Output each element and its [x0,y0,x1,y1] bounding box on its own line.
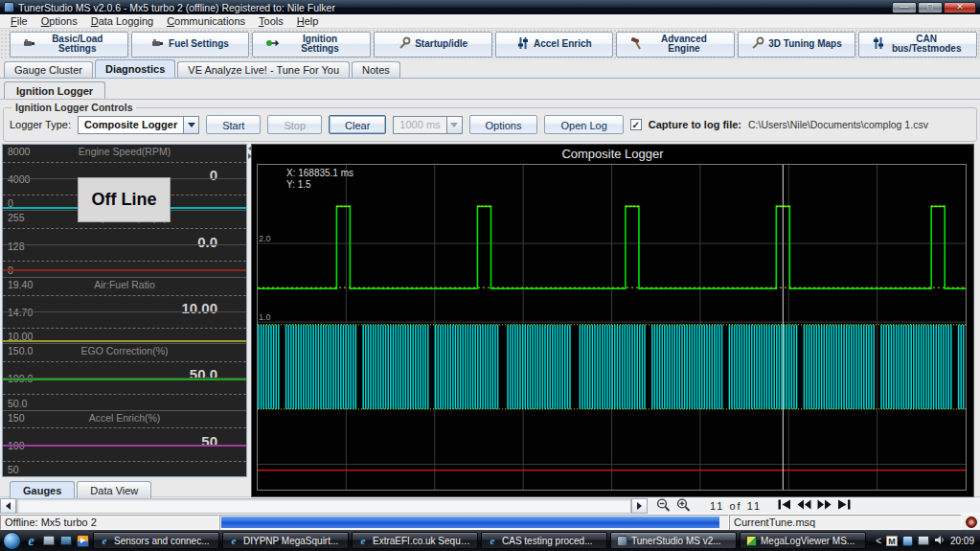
group-title: Ignition Logger Controls [11,102,136,113]
hammer-icon [629,36,643,53]
ie-quicklaunch-icon[interactable]: e [24,534,38,548]
menu-options[interactable]: Options [34,14,84,28]
volume-icon[interactable] [934,535,946,547]
composite-waveform: 2.01.0 [258,165,966,490]
gauge-value: 50.0 [190,366,217,382]
main-toolbar: Basic/Load Settings Fuel Settings Igniti… [0,29,980,60]
taskbar-clock: 20:09 [950,536,974,546]
capture-log-path: C:\Users\Nile\Documents\complog 1.csv [748,119,928,130]
gauge-ego-correction: EGO Correction(%) 150.0 100.0 50.0 50.0 [3,343,246,409]
progress-fill [221,517,719,528]
windows-start-orb[interactable] [3,532,21,550]
current-tune-file: CurrentTune.msq [729,515,962,530]
menu-help[interactable]: Help [290,14,326,28]
gauge-trace-line [3,445,246,447]
show-desktop-icon[interactable] [41,534,56,548]
zoom-out-icon[interactable] [655,497,672,515]
clear-button[interactable]: Clear [329,115,386,134]
fuel-settings-icon [151,36,165,53]
tab-ve-analyze-live[interactable]: VE Analyze Live! - Tune For You [177,61,350,78]
status-bar: Offline: Mx5 turbo 2 CurrentTune.msq [0,514,980,530]
chart-scrollbar-track[interactable] [16,498,631,514]
tuning-wrench-icon [751,36,764,53]
sliders-icon [872,36,885,53]
gauge-value: 0.0 [197,234,217,250]
chevron-down-icon[interactable] [183,117,198,133]
diagnostics-panel: Ignition Logger Ignition Logger Controls… [0,79,980,496]
close-button[interactable]: ✕ [944,2,976,13]
update-icon[interactable] [902,536,913,546]
start-button[interactable]: Start [206,115,261,134]
gauge-value: 10.00 [181,300,217,316]
gauge-value: 0 [210,167,217,183]
gauge-panel-tabs: Gauges Data View [2,478,151,498]
stop-button[interactable]: Stop [267,115,322,134]
last-page-icon[interactable] [837,499,851,512]
ie-icon: e [487,535,498,546]
tunerstudio-window: TunerStudio MS v2.0.6 - Mx5 turbo 2 (off… [0,0,980,551]
tab-notes[interactable]: Notes [352,61,400,78]
maximize-button[interactable]: □ [918,2,943,13]
tray-overflow-chevron[interactable]: < [876,536,881,546]
accel-enrich-button[interactable]: Accel Enrich [495,32,614,57]
open-log-button[interactable]: Open Log [544,115,623,134]
menu-data-logging[interactable]: Data Logging [84,14,160,28]
taskbar-button-extraefi[interactable]: e ExtraEFI.co.uk Seque... [352,532,478,549]
3d-tuning-maps-button[interactable]: 3D Tuning Maps [738,32,856,57]
tab-ignition-logger[interactable]: Ignition Logger [4,81,105,99]
record-status-icon [966,517,977,528]
menu-tools[interactable]: Tools [252,14,290,28]
main-tab-bar: Gauge Cluster Diagnostics VE Analyze Liv… [0,60,980,79]
network-icon[interactable] [918,536,929,545]
scroll-left-button[interactable] [0,498,16,514]
offline-status-overlay: Off Line [78,177,171,222]
composite-plot[interactable]: X: 168835.1 ms Y: 1.5 2.01.0 [257,164,967,491]
ignition-settings-button[interactable]: Ignition Settings [252,32,371,57]
first-page-icon[interactable] [778,499,791,512]
can-bus-testmodes-button[interactable]: CAN bus/Testmodes [858,32,977,57]
advanced-engine-button[interactable]: Advanced Engine [616,32,735,57]
taskbar-button-tunerstudio[interactable]: TunerStudio MS v2... [610,532,737,549]
tab-data-view[interactable]: Data View [77,481,151,498]
tab-gauges[interactable]: Gauges [10,481,75,498]
connection-status: Offline: Mx5 turbo 2 [0,515,219,530]
gauge-air-fuel-ratio: Air:Fuel Ratio 19.40 14.70 10.00 10.00 [3,277,246,343]
scroll-right-button[interactable] [631,498,648,514]
logger-type-select[interactable]: Composite Logger [78,116,199,134]
wrench-icon [398,36,411,53]
startup-idle-button[interactable]: Startup/idle [374,32,492,57]
menu-communications[interactable]: Communications [160,14,252,28]
tunerstudio-icon [616,535,627,546]
capture-to-log-checkbox[interactable] [630,119,642,130]
megalogviewer-icon [745,535,757,546]
taskbar-button-diypnp[interactable]: e DIYPNP MegaSquirt... [222,532,349,549]
media-player-icon[interactable] [76,534,90,548]
system-tray: < M 20:09 [876,535,977,547]
cursor-y-value: Y: 1.5 [286,179,353,191]
gauge-history-panel: Engine Speed(RPM) 8000 4000 0 0 IAC posi… [2,144,247,477]
app-icon [4,2,14,12]
gauge-accel-enrich: Accel Enrich(%) 150 100 50 50 [3,410,246,476]
menu-file[interactable]: File [4,14,34,28]
gmail-icon[interactable]: M [886,536,898,546]
tab-gauge-cluster[interactable]: Gauge Cluster [4,61,93,78]
composite-logger-chart: Composite Logger X: 168835.1 ms Y: 1.5 2… [251,144,974,497]
sub-tab-bar: Ignition Logger [0,81,980,100]
zoom-in-icon[interactable] [675,497,692,515]
logger-work-area: Engine Speed(RPM) 8000 4000 0 0 IAC posi… [0,144,980,499]
interval-select[interactable]: 1000 ms [393,116,462,134]
minimize-button[interactable]: — [892,2,917,13]
taskbar-button-megalogviewer[interactable]: MegaLogViewer MS... [740,532,866,549]
previous-page-icon[interactable] [797,499,811,512]
taskbar-button-cas-testing[interactable]: e CAS testing proced... [481,532,607,549]
basic-load-settings-button[interactable]: Basic/Load Settings [10,32,128,57]
cursor-x-value: X: 168835.1 ms [286,168,353,179]
taskbar-button-sensors[interactable]: e Sensors and connec... [93,532,219,549]
window-switcher-icon[interactable] [58,534,73,548]
progress-bar [219,515,729,530]
fuel-settings-button[interactable]: Fuel Settings [131,32,250,57]
gauge-trace-line [3,379,246,380]
next-page-icon[interactable] [817,499,832,512]
options-button[interactable]: Options [469,115,538,134]
tab-diagnostics[interactable]: Diagnostics [95,59,175,78]
